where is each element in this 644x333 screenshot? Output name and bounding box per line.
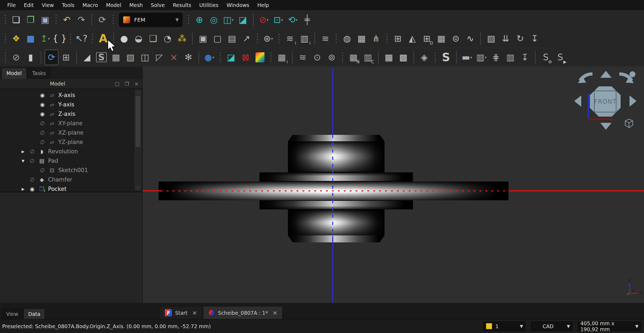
menu-model[interactable]: Model bbox=[102, 1, 125, 9]
tree-item-xz-plane[interactable]: ∅▱XZ-plane bbox=[0, 128, 142, 137]
toolbar-grip-constraints[interactable] bbox=[386, 32, 388, 45]
solver-refresh-button[interactable]: ⟳ bbox=[45, 50, 58, 65]
solid-info-button[interactable]: ▥i bbox=[297, 31, 311, 46]
nav-up-arrow[interactable] bbox=[600, 71, 612, 78]
tree-scrollbar[interactable]: - - bbox=[135, 90, 141, 190]
spheres-group-button[interactable]: ⁂ bbox=[175, 31, 189, 46]
toolbar-grip-netgen[interactable] bbox=[341, 51, 344, 64]
clip-remove-button[interactable]: ⊠ bbox=[239, 50, 253, 65]
tree-item-xy-plane[interactable]: ∅▱XY-plane bbox=[0, 119, 142, 128]
tree-item-pocket[interactable]: ▶◉❒↓Pocket bbox=[0, 184, 142, 194]
measure-caliper-button[interactable]: ╪ bbox=[300, 12, 314, 28]
constraint-lines-button[interactable]: ⋕ bbox=[489, 50, 503, 65]
direction-arrow-button[interactable]: ↗ bbox=[239, 31, 253, 46]
z-axis-line-bottom[interactable] bbox=[332, 236, 333, 302]
geometry-document-button[interactable]: ❑ bbox=[146, 31, 160, 46]
dock-tab-tasks[interactable]: Tasks bbox=[27, 68, 51, 79]
toolbar-grip-mesh[interactable] bbox=[335, 32, 337, 45]
toolbar-grip-file[interactable] bbox=[4, 14, 6, 26]
mesh-info-button[interactable]: ▦i bbox=[275, 50, 289, 65]
part-bottom-collar[interactable] bbox=[259, 200, 413, 209]
tree-item-revolution[interactable]: ▶∅◗Revolution bbox=[0, 147, 142, 156]
expander-expanded-icon[interactable]: ▼ bbox=[19, 159, 27, 163]
redo-button[interactable]: ↷ bbox=[74, 12, 88, 28]
constraint-pressure-button[interactable]: ↧ bbox=[528, 31, 541, 46]
constraint-fixed-button[interactable]: ⊞ bbox=[391, 31, 405, 46]
part-bottom-cylinder[interactable] bbox=[288, 209, 385, 235]
mesh-cylinder-b-button[interactable]: ▥ bbox=[503, 50, 517, 65]
clip-box-button[interactable]: ◪ bbox=[224, 50, 238, 65]
nav-orbit-dot[interactable] bbox=[630, 71, 635, 77]
wire-box-2-button[interactable]: ▧ bbox=[123, 50, 137, 65]
rounded-box-button[interactable]: ▢ bbox=[210, 31, 224, 46]
tree-item-x-axis[interactable]: ◉▱X-axis bbox=[0, 90, 142, 100]
menu-file[interactable]: File bbox=[3, 1, 20, 9]
new-document-button[interactable]: ❏ bbox=[9, 12, 23, 28]
analysis-container-button[interactable]: ❖ bbox=[9, 31, 23, 46]
plus-minus-eye-button[interactable]: ⊛▾ bbox=[261, 31, 275, 46]
close-tab-icon[interactable]: × bbox=[192, 309, 197, 316]
toolbar-grip-meshinfo[interactable] bbox=[270, 51, 272, 64]
grid-block-2-button[interactable]: ▩ bbox=[396, 50, 410, 65]
mesh-probe-1-button[interactable]: ⊙ bbox=[310, 50, 324, 65]
mesh-slab-button[interactable]: ▤ bbox=[225, 31, 239, 46]
x-axis-line-right[interactable] bbox=[508, 190, 644, 191]
z-axis-line-top[interactable] bbox=[332, 68, 333, 135]
tree-item-sketch001[interactable]: ∅⊡Sketch001 bbox=[0, 165, 142, 175]
menu-view[interactable]: View bbox=[38, 1, 58, 9]
toggle-visibility-button[interactable]: ⊘▾ bbox=[257, 12, 271, 28]
fluid-flow-button[interactable]: ≋ bbox=[318, 31, 332, 46]
deactivate-analysis-button[interactable]: ⊘ bbox=[9, 50, 23, 65]
dimension-combo[interactable]: 405,00 mm x 190,92 mm ▼ bbox=[577, 321, 642, 332]
create-ellipsoid-button[interactable]: ● bbox=[117, 31, 131, 46]
constraint-displacement-button[interactable]: ⊞D bbox=[420, 31, 434, 46]
shape-s-box-button[interactable]: S bbox=[94, 50, 108, 65]
side-tab-data[interactable]: Data bbox=[24, 309, 45, 319]
constraint-cylinder-button[interactable]: ⊜ bbox=[449, 31, 463, 46]
crystal-pair-button[interactable]: ◈ bbox=[417, 50, 431, 65]
part-bottom-chamfer[interactable] bbox=[288, 235, 385, 242]
zoom-sync-button[interactable]: ⟲▾ bbox=[286, 12, 300, 28]
constraint-rotate-button[interactable]: ↻ bbox=[513, 31, 527, 46]
hidden-eye-icon[interactable]: ∅ bbox=[27, 158, 37, 164]
navigation-style-combo[interactable]: CAD ▼ bbox=[530, 321, 573, 332]
tree-scrollbar-thumb[interactable] bbox=[136, 96, 140, 147]
navigation-cube[interactable]: FRONT bbox=[572, 68, 640, 132]
mesh-hex-snowflake-button[interactable]: ✻ bbox=[181, 50, 195, 65]
toolbar-grip-edit[interactable] bbox=[55, 14, 57, 26]
result-plot-button[interactable]: × bbox=[167, 50, 181, 65]
refresh-button[interactable]: ⟳ bbox=[95, 12, 109, 28]
constraint-cone-button[interactable]: ◭ bbox=[405, 31, 419, 46]
hidden-eye-icon[interactable]: ∅ bbox=[27, 148, 37, 155]
visible-eye-icon[interactable]: ◉ bbox=[27, 186, 37, 192]
beam-rotation-button[interactable]: ⋔ bbox=[369, 31, 383, 46]
hidden-eye-icon[interactable]: ∅ bbox=[27, 176, 37, 183]
isometric-view-button[interactable]: ◫▾ bbox=[221, 12, 235, 28]
close-tab-icon[interactable]: × bbox=[273, 309, 277, 316]
workbench-selector[interactable]: FEM▼ bbox=[119, 13, 183, 27]
mdi-tab-start[interactable]: FStart× bbox=[160, 306, 202, 319]
hidden-eye-icon[interactable]: ∅ bbox=[38, 167, 47, 173]
rotate-left-arrow-icon[interactable] bbox=[575, 71, 595, 86]
constraint-pick-button[interactable]: ▧ bbox=[484, 31, 498, 46]
nav-down-arrow[interactable] bbox=[600, 123, 612, 130]
restore-panel-icon[interactable]: □ bbox=[115, 81, 119, 87]
mini-cube-icon[interactable] bbox=[624, 118, 634, 129]
menu-help[interactable]: Help bbox=[253, 1, 273, 9]
menu-edit[interactable]: Edit bbox=[20, 1, 38, 9]
mdi-tab-scheibe-0807a-1-[interactable]: Scheibe_0807A : 1*× bbox=[203, 306, 283, 319]
mesh-flow-button[interactable]: ≋ bbox=[296, 50, 310, 65]
mesh-cylinder-a-button[interactable]: ▥▾ bbox=[474, 50, 488, 65]
plane-strip-button[interactable]: ▬▾ bbox=[460, 50, 474, 65]
hidden-eye-icon[interactable]: ∅ bbox=[38, 120, 47, 127]
constraint-contact-button[interactable]: ▦ bbox=[434, 31, 448, 46]
toolbar-grip-fem[interactable] bbox=[91, 32, 93, 45]
hidden-eye-icon[interactable]: ∅ bbox=[38, 139, 47, 145]
x-axis-line-left[interactable] bbox=[143, 190, 161, 191]
constraint-spring-button[interactable]: ∿ bbox=[463, 31, 477, 46]
result-sphere-button[interactable]: ●▾ bbox=[202, 50, 216, 65]
whats-this-button[interactable]: ↖? bbox=[74, 31, 88, 46]
mesh-netgen-button[interactable]: ▦N bbox=[346, 50, 360, 65]
scroll-down-icon[interactable]: - bbox=[136, 185, 140, 190]
z-axis-line-dashed[interactable] bbox=[332, 135, 333, 236]
